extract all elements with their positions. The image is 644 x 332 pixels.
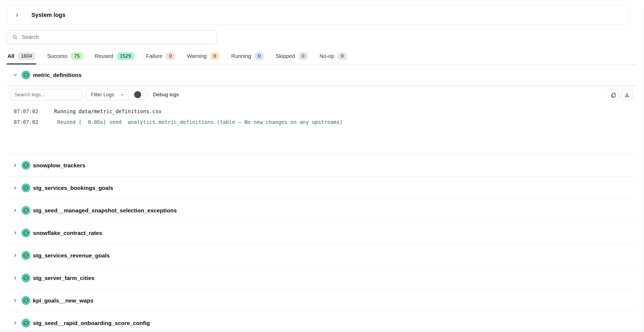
reused-status-icon	[21, 274, 30, 282]
tab-skipped[interactable]: Skipped 0	[275, 51, 309, 64]
log-timestamp: 07:07:02	[14, 106, 38, 117]
tab-label: Warning	[187, 53, 207, 59]
log-toolbar: Filter Logs Debug logs	[7, 86, 636, 100]
tab-running[interactable]: Running 0	[230, 51, 265, 64]
chevron-right-icon	[15, 13, 19, 17]
run-row-snowplow_trackers[interactable]: snowplow_trackers	[7, 154, 636, 176]
tab-label: Success	[47, 53, 68, 59]
search-icon	[12, 34, 18, 40]
tab-label: Skipped	[276, 53, 295, 59]
tab-bar: All 1604 Success 75 Reused 1529 Failure …	[7, 51, 636, 65]
run-row-snowflake_contract_rates[interactable]: snowflake_contract_rates	[7, 222, 636, 244]
row-label: stg_services_revenue_goals	[33, 252, 110, 259]
tab-count-badge: 0	[255, 52, 264, 60]
log-message: Running data/metric_definitions.csv	[54, 106, 162, 117]
chevron-right-icon	[13, 276, 17, 280]
run-row-stg_services_revenue_goals[interactable]: stg_services_revenue_goals	[7, 244, 636, 267]
chevron-down-icon	[120, 93, 124, 97]
tab-label: Reused	[95, 53, 113, 59]
row-metric-definitions[interactable]: metric_definitions	[7, 65, 636, 85]
reused-status-icon	[21, 296, 30, 305]
log-run-page: System logs All 1604 Success 75 Reused 1…	[0, 5, 644, 332]
log-search-input[interactable]	[10, 89, 82, 100]
tab-label: No-op	[320, 53, 334, 59]
tab-reused[interactable]: Reused 1529	[94, 51, 135, 64]
search-input[interactable]	[21, 34, 217, 40]
log-line: 07:07:02 Running data/metric_definitions…	[14, 106, 636, 117]
reused-status-icon	[21, 161, 30, 170]
run-list: snowplow_trackers stg_services_bookings_…	[7, 154, 636, 332]
reused-status-icon	[21, 319, 30, 327]
reused-status-icon	[21, 251, 30, 260]
download-icon	[624, 92, 630, 98]
row-label: stg_services_bookings_goals	[33, 185, 113, 191]
tab-count-badge: 75	[71, 52, 83, 60]
run-row-stg_services_bookings_goals[interactable]: stg_services_bookings_goals	[7, 176, 636, 199]
search-bar[interactable]	[7, 30, 217, 44]
row-label: stg_seed__rapid_onboarding_score_config	[33, 320, 150, 326]
log-lines: 07:07:02 Running data/metric_definitions…	[7, 106, 636, 127]
log-timestamp: 07:07:02	[14, 117, 38, 127]
reused-status-icon	[21, 206, 30, 215]
chevron-right-icon	[13, 321, 17, 325]
tab-no-op[interactable]: No-op 0	[319, 51, 348, 64]
filter-logs-dropdown[interactable]: Filter Logs	[86, 89, 128, 100]
chevron-right-icon	[13, 231, 17, 235]
filter-logs-label: Filter Logs	[91, 92, 114, 98]
tab-label: Running	[231, 53, 251, 59]
tab-count-badge: 1529	[117, 52, 134, 60]
tab-count-badge: 1604	[18, 52, 35, 60]
row-label: stg_seed__managed_snapshot_selection_exc…	[33, 207, 177, 214]
system-logs-accordion[interactable]: System logs	[7, 5, 629, 25]
tab-warning[interactable]: Warning 0	[186, 51, 220, 64]
toggle-knob	[134, 91, 141, 98]
system-logs-title: System logs	[31, 12, 65, 19]
tab-count-badge: 0	[166, 52, 175, 60]
tab-failure[interactable]: Failure 0	[145, 51, 176, 64]
tab-label: Failure	[146, 53, 162, 59]
tab-success[interactable]: Success 75	[46, 51, 84, 64]
log-line: 07:07:02 Reused [ 0.06s] seed analytics.…	[14, 117, 636, 127]
run-row-stg_seed__rapid_onboarding_score_config[interactable]: stg_seed__rapid_onboarding_score_config	[7, 312, 636, 332]
chevron-right-icon	[13, 253, 17, 258]
row-label: metric_definitions	[33, 72, 82, 78]
reused-status-icon	[21, 183, 30, 192]
tab-all[interactable]: All 1604	[7, 51, 36, 64]
run-row-stg_seed__managed_snapshot_selection_exceptions[interactable]: stg_seed__managed_snapshot_selection_exc…	[7, 199, 636, 222]
debug-logs-label: Debug logs	[153, 92, 179, 98]
copy-logs-button[interactable]	[608, 89, 619, 100]
log-message: Reused [ 0.06s] seed analytics.metric_de…	[54, 117, 343, 127]
row-label: snowplow_trackers	[33, 162, 85, 169]
run-row-stg_server_farm_cities[interactable]: stg_server_farm_cities	[7, 267, 636, 289]
log-panel: Filter Logs Debug logs	[7, 85, 636, 154]
debug-logs-toggle[interactable]	[133, 90, 148, 99]
chevron-down-icon	[13, 73, 17, 77]
tab-count-badge: 0	[299, 52, 308, 60]
tab-count-badge: 0	[210, 52, 219, 60]
reused-status-icon	[21, 71, 30, 79]
chevron-right-icon	[13, 186, 17, 190]
tab-count-badge: 0	[338, 52, 347, 60]
row-label: stg_server_farm_cities	[33, 275, 94, 281]
run-row-kpi_goals__new_waps[interactable]: kpi_goals__new_waps	[7, 289, 636, 312]
download-logs-button[interactable]	[621, 89, 632, 100]
copy-icon	[611, 92, 616, 98]
reused-status-icon	[21, 228, 30, 237]
chevron-right-icon	[13, 163, 17, 168]
tab-label: All	[8, 53, 14, 59]
row-label: kpi_goals__new_waps	[33, 297, 93, 304]
chevron-right-icon	[13, 298, 17, 303]
row-label: snowflake_contract_rates	[33, 230, 102, 236]
chevron-right-icon	[13, 208, 17, 213]
